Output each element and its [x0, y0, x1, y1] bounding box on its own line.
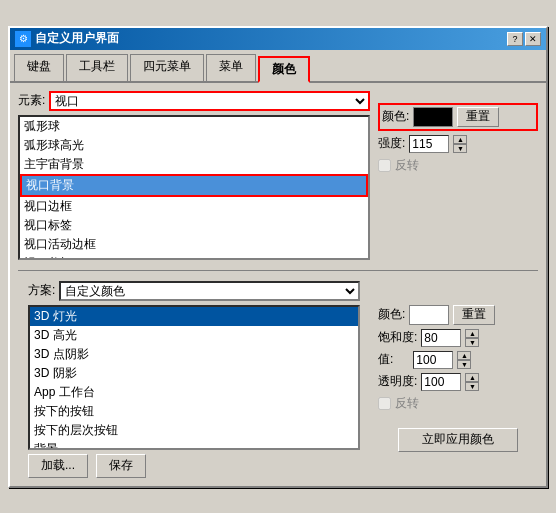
top-strength-up[interactable]: ▲	[453, 135, 467, 144]
bottom-invert-row: 反转	[378, 395, 538, 412]
value-row: 值: ▲ ▼	[378, 351, 538, 369]
bottom-left-panel: 方案: 自定义颜色 3D 灯光3D 高光3D 点阴影3D 阴影App 工作台按下…	[18, 281, 370, 478]
bottom-color-box[interactable]	[409, 305, 449, 325]
value-up[interactable]: ▲	[457, 351, 471, 360]
saturation-down[interactable]: ▼	[465, 338, 479, 347]
tabs-bar: 键盘 工具栏 四元菜单 菜单 颜色	[10, 50, 546, 83]
top-reset-button[interactable]: 重置	[457, 107, 499, 127]
top-list-item[interactable]: 视口标签	[20, 216, 368, 235]
bottom-list-item[interactable]: 3D 高光	[30, 326, 358, 345]
value-input[interactable]	[413, 351, 453, 369]
bottom-list-item[interactable]: App 工作台	[30, 383, 358, 402]
saturation-row: 饱和度: ▲ ▼	[378, 329, 538, 347]
top-list-item[interactable]: 主宇宙背景	[20, 155, 368, 174]
top-strength-spinner: ▲ ▼	[453, 135, 467, 153]
bottom-color-section: 颜色: 重置 饱和度: ▲ ▼ 值:	[378, 281, 538, 452]
bottom-list-item[interactable]: 按下的层次按钮	[30, 421, 358, 440]
save-button[interactable]: 保存	[96, 454, 146, 478]
bottom-right-panel: 颜色: 重置 饱和度: ▲ ▼ 值:	[378, 281, 538, 478]
top-strength-input[interactable]	[409, 135, 449, 153]
top-section: 元素: 视口 弧形球弧形球高光主宇宙背景视口背景视口边框视口标签视口活动边框视口…	[18, 91, 538, 260]
divider	[18, 270, 538, 271]
tab-keyboard[interactable]: 键盘	[14, 54, 64, 81]
window-title: 自定义用户界面	[35, 30, 119, 47]
help-button[interactable]: ?	[507, 32, 523, 46]
scheme-row: 方案: 自定义颜色	[18, 281, 370, 301]
main-window: ⚙ 自定义用户界面 ? ✕ 键盘 工具栏 四元菜单 菜单 颜色 元素: 视口	[8, 26, 548, 488]
title-bar-buttons: ? ✕	[507, 32, 541, 46]
scheme-select[interactable]: 自定义颜色	[59, 281, 360, 301]
load-button[interactable]: 加载...	[28, 454, 88, 478]
opacity-label: 透明度:	[378, 373, 417, 390]
element-select-wrapper: 视口	[49, 91, 370, 111]
top-color-row: 颜色: 重置	[378, 103, 538, 131]
top-color-label: 颜色:	[382, 108, 409, 125]
opacity-up[interactable]: ▲	[465, 373, 479, 382]
bottom-list-item[interactable]: 3D 点阴影	[30, 345, 358, 364]
top-left-panel: 元素: 视口 弧形球弧形球高光主宇宙背景视口背景视口边框视口标签视口活动边框视口…	[18, 91, 370, 260]
saturation-label: 饱和度:	[378, 329, 417, 346]
tab-toolbar[interactable]: 工具栏	[66, 54, 128, 81]
tab-quad-menu[interactable]: 四元菜单	[130, 54, 204, 81]
top-strength-down[interactable]: ▼	[453, 144, 467, 153]
bottom-reset-button[interactable]: 重置	[453, 305, 495, 325]
top-list-item[interactable]: 视口活动边框	[20, 235, 368, 254]
bottom-color-row: 颜色: 重置	[378, 305, 538, 325]
element-label: 元素:	[18, 92, 45, 109]
scheme-select-wrapper: 自定义颜色	[59, 281, 360, 301]
opacity-input[interactable]	[421, 373, 461, 391]
opacity-down[interactable]: ▼	[465, 382, 479, 391]
top-invert-row: 反转	[378, 157, 538, 174]
top-list-item[interactable]: 弧形球高光	[20, 136, 368, 155]
bottom-listbox[interactable]: 3D 灯光3D 高光3D 点阴影3D 阴影App 工作台按下的按钮按下的层次按钮…	[28, 305, 360, 450]
top-strength-label: 强度:	[378, 135, 405, 152]
bottom-section: 方案: 自定义颜色 3D 灯光3D 高光3D 点阴影3D 阴影App 工作台按下…	[18, 281, 538, 478]
close-button[interactable]: ✕	[525, 32, 541, 46]
top-color-box[interactable]	[413, 107, 453, 127]
top-listbox[interactable]: 弧形球弧形球高光主宇宙背景视口背景视口边框视口标签视口活动边框视口剪切统计数据着…	[18, 115, 370, 260]
scheme-label: 方案:	[28, 282, 55, 299]
bottom-invert-checkbox[interactable]	[378, 397, 391, 410]
top-list-item[interactable]: 视口边框	[20, 197, 368, 216]
saturation-spinner: ▲ ▼	[465, 329, 479, 347]
saturation-up[interactable]: ▲	[465, 329, 479, 338]
apply-button[interactable]: 立即应用颜色	[398, 428, 518, 452]
bottom-list-item[interactable]: 3D 灯光	[30, 307, 358, 326]
top-list-item[interactable]: 视口剪切	[20, 254, 368, 260]
value-down[interactable]: ▼	[457, 360, 471, 369]
top-strength-row: 强度: ▲ ▼	[378, 135, 538, 153]
value-spinner: ▲ ▼	[457, 351, 471, 369]
top-invert-checkbox[interactable]	[378, 159, 391, 172]
element-row: 元素: 视口	[18, 91, 370, 111]
tab-menu[interactable]: 菜单	[206, 54, 256, 81]
bottom-list-item[interactable]: 3D 阴影	[30, 364, 358, 383]
opacity-spinner: ▲ ▼	[465, 373, 479, 391]
bottom-buttons-row: 加载... 保存	[18, 454, 370, 478]
saturation-input[interactable]	[421, 329, 461, 347]
bottom-list-item[interactable]: 按下的按钮	[30, 402, 358, 421]
bottom-list-item[interactable]: 背景	[30, 440, 358, 450]
opacity-row: 透明度: ▲ ▼	[378, 373, 538, 391]
value-label: 值:	[378, 351, 393, 368]
title-bar: ⚙ 自定义用户界面 ? ✕	[10, 28, 546, 50]
bottom-invert-label: 反转	[395, 395, 419, 412]
top-right-panel: 颜色: 重置 强度: ▲ ▼ 反转	[378, 91, 538, 260]
top-list-item[interactable]: 视口背景	[20, 174, 368, 197]
element-select[interactable]: 视口	[49, 91, 370, 111]
window-icon: ⚙	[15, 31, 31, 47]
top-list-item[interactable]: 弧形球	[20, 117, 368, 136]
bottom-color-label: 颜色:	[378, 306, 405, 323]
top-invert-label: 反转	[395, 157, 419, 174]
content-area: 元素: 视口 弧形球弧形球高光主宇宙背景视口背景视口边框视口标签视口活动边框视口…	[10, 83, 546, 486]
tab-color[interactable]: 颜色	[258, 56, 310, 83]
